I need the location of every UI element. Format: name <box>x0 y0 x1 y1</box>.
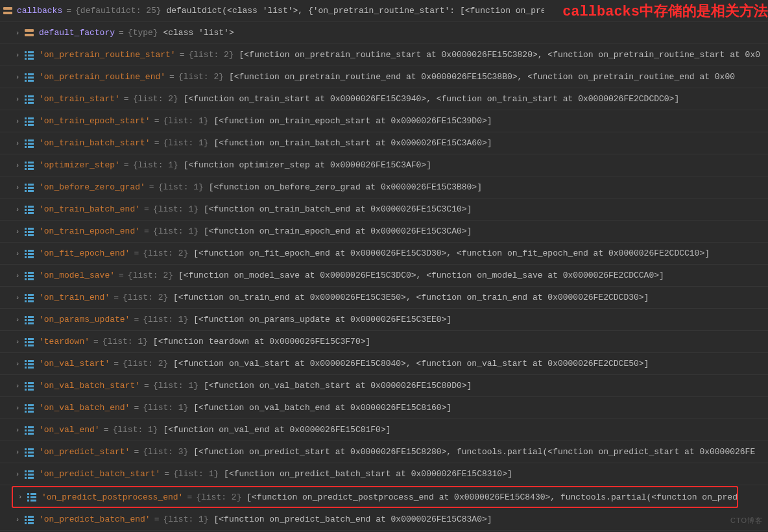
svg-rect-92 <box>25 367 27 369</box>
svg-rect-102 <box>25 407 27 409</box>
equals: = <box>144 381 149 391</box>
svg-rect-38 <box>25 168 27 170</box>
svg-rect-60 <box>25 253 27 255</box>
expand-chevron-icon[interactable]: › <box>13 315 22 324</box>
var-value: [<function on_pretrain_routine_start at … <box>239 50 760 60</box>
var-type: {list: 3} <box>143 447 188 457</box>
dict-key: 'on_val_start' <box>39 359 110 369</box>
svg-rect-83 <box>28 338 34 340</box>
debug-row-item[interactable]: › 'optimizer_step'={list: 1} [<function … <box>0 154 768 176</box>
debug-row-item[interactable]: › 'on_train_batch_end'={list: 1} [<funct… <box>0 199 768 221</box>
debug-row-item[interactable]: › 'on_val_batch_start'={list: 1} [<funct… <box>0 375 768 397</box>
expand-chevron-icon[interactable]: › <box>13 205 22 214</box>
debug-row-item[interactable]: › 'on_params_update'={list: 1} [<functio… <box>0 309 768 331</box>
expand-chevron-icon[interactable]: › <box>13 271 22 280</box>
debug-row-default-factory[interactable]: › default_factory = {type} <class 'list'… <box>0 22 768 44</box>
debug-row-item[interactable]: › 'on_train_epoch_start'={list: 1} [<fun… <box>0 110 768 132</box>
debug-row-item[interactable]: › 'on_predict_postprocess_end'={list: 2}… <box>12 486 738 508</box>
expand-chevron-icon[interactable]: › <box>13 404 22 413</box>
expand-chevron-icon[interactable]: › <box>16 492 25 502</box>
debug-row-root[interactable]: callbacks = {defaultdict: 25} defaultdic… <box>0 0 768 22</box>
debug-row-item[interactable]: › 'on_train_start'={list: 2} [<function … <box>0 88 768 110</box>
var-type: {list: 2} <box>143 248 188 258</box>
dict-key: 'on_predict_postprocess_end' <box>42 492 183 502</box>
svg-rect-89 <box>28 360 34 362</box>
svg-rect-36 <box>25 165 27 167</box>
svg-rect-105 <box>28 411 34 413</box>
svg-rect-61 <box>28 253 34 255</box>
expand-chevron-icon[interactable]: › <box>13 227 22 236</box>
annotation-text: callbacks中存储的是相关方法 <box>562 1 768 21</box>
svg-rect-48 <box>25 209 27 211</box>
debug-row-item[interactable]: › 'on_predict_batch_start'={list: 1} [<f… <box>0 463 768 485</box>
var-type: {list: 2} <box>123 293 168 302</box>
svg-rect-100 <box>25 404 27 406</box>
debug-row-item[interactable]: › 'on_val_end'={list: 1} [<function on_v… <box>0 419 768 441</box>
debug-row-item[interactable]: › 'on_train_end'={list: 2} [<function on… <box>0 287 768 309</box>
svg-rect-87 <box>28 345 34 346</box>
equals: = <box>66 6 71 16</box>
expand-chevron-icon[interactable]: › <box>13 249 22 258</box>
debug-row-item[interactable]: › 'on_val_batch_end'={list: 1} [<functio… <box>0 397 768 419</box>
debug-row-item[interactable]: › 'on_pretrain_routine_end'={list: 2} [<… <box>0 66 768 88</box>
var-value: <class 'list'> <box>163 28 234 38</box>
var-value: [<function on_train_end at 0x0000026FE15… <box>173 293 649 302</box>
debug-row-item[interactable]: › 'on_val_start'={list: 2} [<function on… <box>0 353 768 375</box>
svg-rect-41 <box>28 184 34 186</box>
var-value: [<function on_val_end at 0x0000026FE15C8… <box>163 425 390 435</box>
expand-chevron-icon[interactable]: › <box>13 51 22 60</box>
equals: = <box>169 72 174 82</box>
equals: = <box>119 28 124 38</box>
debug-row-item[interactable]: › 'on_train_epoch_end'={list: 1} [<funct… <box>0 221 768 243</box>
equals: = <box>134 403 139 413</box>
list-icon <box>23 402 35 414</box>
svg-rect-79 <box>28 319 34 321</box>
expand-chevron-icon[interactable]: › <box>13 183 22 192</box>
expand-chevron-icon[interactable]: › <box>13 359 22 369</box>
expand-chevron-icon[interactable]: › <box>13 161 22 170</box>
expand-chevron-icon[interactable]: › <box>13 470 22 479</box>
debug-row-item[interactable]: › 'on_predict_start'={list: 3} [<functio… <box>0 441 768 463</box>
expand-chevron-icon[interactable]: › <box>13 293 22 302</box>
list-icon <box>23 380 35 392</box>
svg-rect-5 <box>28 51 34 53</box>
var-type: {list: 1} <box>163 138 208 148</box>
var-value: [<function on_train_epoch_start at 0x000… <box>213 116 492 126</box>
debug-row-item[interactable]: › 'teardown'={list: 1} [<function teardo… <box>0 331 768 353</box>
expand-chevron-icon[interactable]: › <box>13 426 22 435</box>
dict-key: 'on_model_save' <box>39 271 115 280</box>
svg-rect-64 <box>25 272 27 274</box>
dict-key: 'on_train_batch_end' <box>39 204 140 214</box>
debug-row-item[interactable]: › 'on_before_zero_grad'={list: 1} [<func… <box>0 176 768 199</box>
debug-row-item[interactable]: › 'on_predict_batch_end'={list: 1} [<fun… <box>0 509 768 531</box>
list-icon <box>23 336 35 348</box>
svg-rect-118 <box>25 470 27 472</box>
var-value: [<function on_val_batch_start at 0x00000… <box>204 381 472 391</box>
expand-chevron-icon[interactable]: › <box>13 337 22 346</box>
expand-chevron-icon[interactable]: › <box>13 515 22 524</box>
expand-chevron-icon[interactable]: › <box>13 73 22 82</box>
expand-chevron-icon[interactable]: › <box>13 139 22 148</box>
svg-rect-121 <box>28 474 34 476</box>
list-icon <box>23 71 35 83</box>
svg-rect-49 <box>28 209 34 211</box>
svg-rect-37 <box>28 165 34 167</box>
debug-row-item[interactable]: › 'on_fit_epoch_end'={list: 2} [<functio… <box>0 243 768 265</box>
svg-rect-27 <box>28 124 34 126</box>
var-type: {list: 2} <box>188 50 234 60</box>
expand-chevron-icon[interactable]: › <box>13 29 22 38</box>
svg-rect-107 <box>28 426 34 428</box>
svg-rect-57 <box>28 234 34 236</box>
expand-chevron-icon[interactable]: › <box>13 448 22 457</box>
svg-rect-86 <box>25 345 27 346</box>
svg-rect-30 <box>25 143 27 145</box>
debug-row-item[interactable]: › 'on_pretrain_routine_start'={list: 2} … <box>0 44 768 66</box>
var-value: defaultdict(<class 'list'>, {'on_pretrai… <box>166 6 544 16</box>
expand-chevron-icon[interactable]: › <box>13 381 22 391</box>
expand-chevron-icon[interactable]: › <box>13 95 22 104</box>
expand-chevron-icon[interactable]: › <box>13 117 22 126</box>
svg-rect-76 <box>25 316 27 318</box>
debug-row-item[interactable]: › 'on_train_batch_start'={list: 1} [<fun… <box>0 132 768 154</box>
list-icon <box>23 468 35 480</box>
debug-row-item[interactable]: › 'on_model_save'={list: 2} [<function o… <box>0 265 768 287</box>
